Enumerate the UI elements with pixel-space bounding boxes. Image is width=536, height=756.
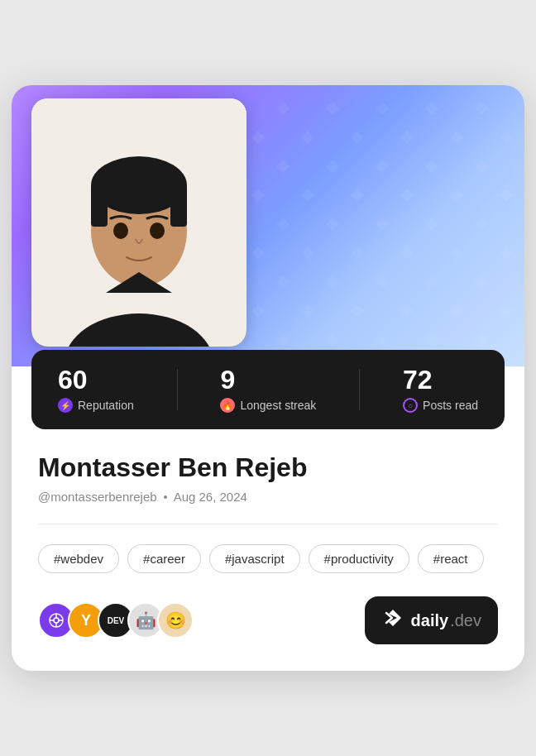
- stat-divider-2: [359, 369, 360, 410]
- svg-rect-6: [170, 185, 187, 227]
- streak-label: 🔥 Longest streak: [220, 398, 316, 413]
- daily-logo-text: daily.dev: [411, 611, 481, 630]
- profile-meta: @montasserbenrejeb Aug 26, 2024: [38, 490, 498, 504]
- tags-container: #webdev #career #javascript #productivit…: [38, 544, 498, 573]
- header-background: [12, 85, 524, 366]
- tag-webdev[interactable]: #webdev: [38, 544, 119, 573]
- svg-point-10: [54, 618, 59, 623]
- meta-dot: [164, 495, 167, 499]
- svg-point-8: [150, 222, 165, 239]
- reputation-label: ⚡ Reputation: [58, 398, 134, 413]
- reputation-stat: 60 ⚡ Reputation: [58, 366, 134, 413]
- profile-footer: Y DEV 🤖 😊: [38, 596, 498, 651]
- stat-divider-1: [177, 369, 178, 410]
- stats-bar: 60 ⚡ Reputation 9 🔥 Longest streak 72 ○ …: [31, 350, 505, 429]
- posts-stat: 72 ○ Posts read: [403, 366, 478, 413]
- source-icons: Y DEV 🤖 😊: [38, 602, 194, 639]
- streak-icon: 🔥: [220, 398, 235, 413]
- svg-point-7: [113, 222, 128, 239]
- profile-info: Montasser Ben Rejeb @montasserbenrejeb A…: [12, 446, 524, 671]
- profile-joined: Aug 26, 2024: [174, 490, 247, 504]
- daily-dev-logo: daily.dev: [365, 596, 498, 644]
- reputation-value: 60: [58, 366, 134, 393]
- source-icon-5[interactable]: 😊: [157, 602, 194, 639]
- posts-value: 72: [403, 366, 478, 393]
- svg-rect-5: [91, 185, 108, 227]
- avatar-frame: [31, 98, 246, 347]
- streak-value: 9: [220, 366, 316, 393]
- profile-username: @montasserbenrejeb: [38, 490, 157, 504]
- profile-divider: [38, 524, 498, 524]
- tag-productivity[interactable]: #productivity: [309, 544, 409, 573]
- streak-stat: 9 🔥 Longest streak: [220, 366, 316, 413]
- tag-career[interactable]: #career: [127, 544, 201, 573]
- tag-javascript[interactable]: #javascript: [209, 544, 300, 573]
- profile-card: 60 ⚡ Reputation 9 🔥 Longest streak 72 ○ …: [12, 85, 524, 671]
- avatar-wrapper: [31, 98, 246, 347]
- posts-label: ○ Posts read: [403, 398, 478, 413]
- daily-logo-icon: [381, 606, 404, 634]
- posts-icon: ○: [403, 398, 418, 413]
- avatar: [31, 98, 246, 347]
- reputation-icon: ⚡: [58, 398, 73, 413]
- profile-name: Montasser Ben Rejeb: [38, 452, 498, 483]
- tag-react[interactable]: #react: [418, 544, 484, 573]
